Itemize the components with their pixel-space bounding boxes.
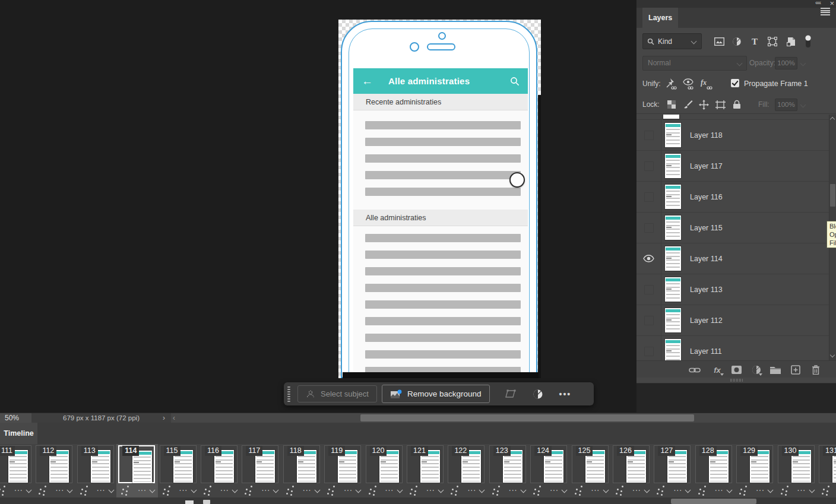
frame-disposal-dots-icon[interactable] bbox=[821, 486, 831, 496]
layer-name[interactable]: Layer 117 bbox=[690, 162, 723, 170]
layer-row[interactable]: Layer 117 bbox=[636, 151, 836, 182]
frame-disposal-dots-icon[interactable] bbox=[574, 486, 584, 496]
layer-thumbnail[interactable] bbox=[665, 123, 681, 147]
chevron-down-icon[interactable] bbox=[314, 487, 320, 493]
frame-delay-label[interactable]: ... bbox=[509, 483, 518, 493]
tab-timeline[interactable]: Timeline bbox=[0, 423, 37, 444]
frame-delay-label[interactable]: ... bbox=[632, 483, 641, 493]
tab-layers[interactable]: Layers bbox=[642, 8, 678, 28]
info-expand-icon[interactable]: › bbox=[163, 413, 165, 423]
frame-disposal-dots-icon[interactable] bbox=[162, 486, 172, 496]
frame-disposal-dots-icon[interactable] bbox=[0, 486, 7, 496]
frame-disposal-dots-icon[interactable] bbox=[244, 486, 254, 496]
frame-delay-label[interactable]: ... bbox=[591, 483, 600, 493]
zoom-level[interactable]: 50% bbox=[0, 413, 31, 423]
layer-row[interactable]: Layer 118 bbox=[636, 120, 836, 151]
timeline-control-partial-icon[interactable] bbox=[203, 500, 210, 504]
frame-disposal-dots-icon[interactable] bbox=[121, 486, 130, 496]
chevron-down-icon[interactable] bbox=[26, 487, 32, 493]
frame-delay-label[interactable]: ... bbox=[97, 483, 106, 493]
eye-toggle-empty[interactable] bbox=[644, 192, 654, 202]
layer-row[interactable]: Layer 114 bbox=[636, 243, 836, 274]
opacity-value-field[interactable]: 100% bbox=[775, 57, 797, 69]
frame-disposal-dots-icon[interactable] bbox=[780, 486, 790, 496]
chevron-down-icon[interactable] bbox=[685, 487, 691, 493]
frame-delay-label[interactable]: ... bbox=[138, 483, 147, 493]
document-canvas[interactable]: ← Alle administraties Recente administra… bbox=[338, 20, 541, 378]
scroll-down-icon[interactable] bbox=[830, 353, 835, 357]
timeline-frame[interactable]: 131 ... bbox=[817, 444, 836, 497]
frame-disposal-dots-icon[interactable] bbox=[533, 486, 542, 496]
visibility-cell[interactable] bbox=[636, 213, 661, 243]
chevron-down-icon[interactable] bbox=[562, 487, 568, 493]
frame-disposal-dots-icon[interactable] bbox=[80, 486, 89, 496]
visibility-cell[interactable] bbox=[636, 305, 661, 335]
new-layer-icon[interactable] bbox=[790, 364, 802, 376]
frame-delay-label[interactable]: ... bbox=[14, 483, 23, 493]
unify-visibility-icon[interactable] bbox=[682, 77, 696, 91]
layer-name[interactable]: Layer 113 bbox=[690, 286, 723, 294]
propagate-checkbox[interactable] bbox=[731, 79, 739, 87]
shape-filter-icon[interactable] bbox=[766, 36, 779, 47]
layer-row[interactable]: Layer 111 bbox=[636, 336, 836, 360]
visibility-cell[interactable] bbox=[636, 182, 661, 212]
layer-name[interactable]: Layer 116 bbox=[690, 193, 723, 201]
lock-pixels-brush-icon[interactable] bbox=[682, 98, 695, 111]
frame-delay-label[interactable]: ... bbox=[426, 483, 435, 493]
frame-delay-label[interactable]: ... bbox=[261, 483, 270, 493]
frame-disposal-dots-icon[interactable] bbox=[368, 486, 378, 496]
link-layers-icon[interactable] bbox=[689, 364, 701, 376]
trash-icon[interactable] bbox=[810, 364, 822, 376]
timeline-frame[interactable]: 112 ... bbox=[34, 444, 75, 497]
frame-delay-label[interactable]: ... bbox=[179, 483, 188, 493]
document-info[interactable]: 679 px x 1187 px (72 ppi) › bbox=[31, 413, 171, 423]
chevron-down-icon[interactable] bbox=[768, 487, 774, 493]
timeline-frame[interactable]: 124 ... bbox=[528, 444, 570, 497]
layer-thumbnail[interactable] bbox=[665, 185, 681, 209]
layer-row[interactable]: Layer 113 bbox=[636, 274, 836, 305]
timeline-frame[interactable]: 114 ... bbox=[116, 444, 158, 497]
eye-toggle-empty[interactable] bbox=[644, 347, 654, 356]
chevron-down-icon[interactable] bbox=[191, 487, 197, 493]
timeline-frame[interactable]: 127 ... bbox=[652, 444, 694, 497]
eye-toggle-empty[interactable] bbox=[644, 131, 654, 140]
timeline-frame[interactable]: 111 ... bbox=[0, 444, 34, 497]
layer-name[interactable]: Layer 114 bbox=[690, 255, 723, 263]
lock-artboard-icon[interactable] bbox=[714, 98, 727, 111]
timeline-frame[interactable]: 128 ... bbox=[694, 444, 735, 497]
type-filter-icon[interactable]: T bbox=[748, 36, 761, 47]
eye-toggle-empty[interactable] bbox=[644, 316, 654, 325]
timeline-frame[interactable]: 119 ... bbox=[322, 444, 364, 497]
timeline-frame[interactable]: 129 ... bbox=[734, 444, 776, 497]
frame-disposal-dots-icon[interactable] bbox=[698, 486, 707, 496]
timeline-frame[interactable]: 116 ... bbox=[199, 444, 240, 497]
chevron-down-icon[interactable] bbox=[520, 487, 526, 493]
frame-delay-label[interactable]: ... bbox=[220, 483, 229, 493]
frame-disposal-dots-icon[interactable] bbox=[327, 486, 336, 496]
frame-disposal-dots-icon[interactable] bbox=[656, 486, 666, 496]
frame-disposal-dots-icon[interactable] bbox=[615, 486, 625, 496]
frame-disposal-dots-icon[interactable] bbox=[203, 486, 213, 496]
chevron-down-icon[interactable] bbox=[800, 61, 806, 66]
kind-filter-dropdown[interactable]: Kind bbox=[642, 33, 702, 49]
frame-delay-label[interactable]: ... bbox=[673, 483, 682, 493]
frame-delay-label[interactable]: ... bbox=[467, 483, 476, 493]
eye-toggle-empty[interactable] bbox=[644, 285, 654, 294]
frame-disposal-dots-icon[interactable] bbox=[286, 486, 295, 496]
frame-disposal-dots-icon[interactable] bbox=[739, 486, 748, 496]
frame-delay-label[interactable]: ... bbox=[756, 483, 765, 493]
menu-icon[interactable] bbox=[821, 8, 830, 16]
chevron-down-icon[interactable] bbox=[232, 487, 238, 493]
visibility-cell[interactable] bbox=[636, 274, 661, 305]
visibility-cell[interactable] bbox=[636, 120, 661, 150]
scroll-up-icon[interactable] bbox=[830, 117, 835, 122]
frame-delay-label[interactable]: ... bbox=[385, 483, 394, 493]
frame-delay-label[interactable]: ... bbox=[55, 483, 64, 493]
layer-thumbnail[interactable] bbox=[665, 154, 681, 178]
layer-row[interactable]: Layer 112 bbox=[636, 305, 836, 336]
layer-name[interactable]: Layer 111 bbox=[690, 347, 722, 356]
lock-all-icon[interactable] bbox=[730, 98, 743, 111]
panel-resize-grip[interactable] bbox=[636, 378, 836, 383]
timeline-frame[interactable]: 117 ... bbox=[240, 444, 281, 497]
lock-transparency-icon[interactable] bbox=[665, 98, 678, 111]
